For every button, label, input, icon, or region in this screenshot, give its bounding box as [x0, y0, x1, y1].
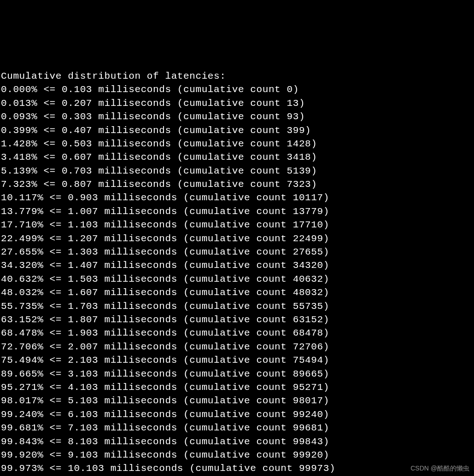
latency-row: 34.320% <= 1.407 milliseconds (cumulativ…: [1, 259, 473, 272]
latency-row: 72.706% <= 2.007 milliseconds (cumulativ…: [1, 340, 473, 354]
latency-row: 99.843% <= 8.103 milliseconds (cumulativ…: [1, 435, 473, 448]
latency-row: 1.428% <= 0.503 milliseconds (cumulative…: [1, 137, 473, 151]
latency-row: 5.139% <= 0.703 milliseconds (cumulative…: [1, 164, 473, 178]
latency-row: 0.000% <= 0.103 milliseconds (cumulative…: [1, 83, 473, 96]
latency-row: 13.779% <= 1.007 milliseconds (cumulativ…: [1, 205, 473, 218]
latency-row: 99.681% <= 7.103 milliseconds (cumulativ…: [1, 421, 473, 435]
latency-row: 99.920% <= 9.103 milliseconds (cumulativ…: [1, 448, 473, 462]
latency-row: 0.399% <= 0.407 milliseconds (cumulative…: [1, 124, 473, 137]
latency-row: 48.032% <= 1.607 milliseconds (cumulativ…: [1, 286, 473, 299]
latency-row: 0.093% <= 0.303 milliseconds (cumulative…: [1, 110, 473, 123]
latency-row: 95.271% <= 4.103 milliseconds (cumulativ…: [1, 381, 473, 394]
terminal-output: Cumulative distribution of latencies:0.0…: [1, 56, 473, 476]
latency-rows: 0.000% <= 0.103 milliseconds (cumulative…: [1, 83, 473, 476]
latency-row: 0.013% <= 0.207 milliseconds (cumulative…: [1, 97, 473, 110]
latency-row: 7.323% <= 0.807 milliseconds (cumulative…: [1, 178, 473, 191]
latency-row: 68.478% <= 1.903 milliseconds (cumulativ…: [1, 326, 473, 340]
latency-row: 99.973% <= 10.103 milliseconds (cumulati…: [1, 462, 473, 475]
latency-row: 22.499% <= 1.207 milliseconds (cumulativ…: [1, 232, 473, 245]
latency-row: 63.152% <= 1.807 milliseconds (cumulativ…: [1, 313, 473, 326]
latency-row: 3.418% <= 0.607 milliseconds (cumulative…: [1, 151, 473, 164]
latency-row: 27.655% <= 1.303 milliseconds (cumulativ…: [1, 245, 473, 259]
watermark: CSDN @酷酷的懒虫: [410, 464, 469, 473]
header-line: Cumulative distribution of latencies:: [1, 70, 473, 83]
latency-row: 99.240% <= 6.103 milliseconds (cumulativ…: [1, 408, 473, 421]
latency-row: 89.665% <= 3.103 milliseconds (cumulativ…: [1, 367, 473, 381]
latency-row: 10.117% <= 0.903 milliseconds (cumulativ…: [1, 191, 473, 204]
latency-row: 98.017% <= 5.103 milliseconds (cumulativ…: [1, 394, 473, 407]
latency-row: 75.494% <= 2.103 milliseconds (cumulativ…: [1, 354, 473, 367]
latency-row: 55.735% <= 1.703 milliseconds (cumulativ…: [1, 300, 473, 313]
latency-row: 17.710% <= 1.103 milliseconds (cumulativ…: [1, 218, 473, 232]
latency-row: 40.632% <= 1.503 milliseconds (cumulativ…: [1, 273, 473, 286]
